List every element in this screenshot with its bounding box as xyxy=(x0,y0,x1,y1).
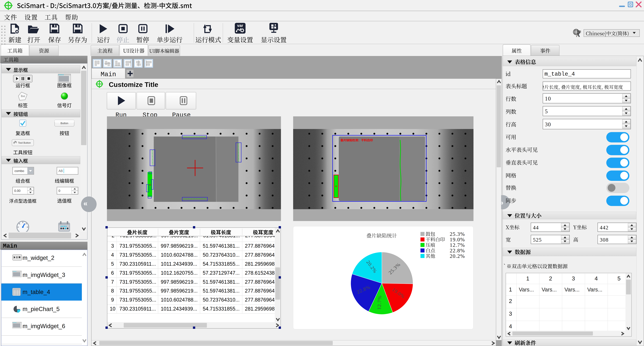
svg-text:var: var xyxy=(237,23,243,28)
svg-text:combo: combo xyxy=(14,169,24,173)
svg-text:0.00: 0.00 xyxy=(14,189,20,193)
svg-text:Text: Text xyxy=(21,95,25,98)
svg-text:AB: AB xyxy=(58,169,63,173)
svg-text:12.7%: 12.7% xyxy=(376,295,382,310)
svg-text:0: 0 xyxy=(58,189,60,193)
svg-text:Tool Button: Tool Button xyxy=(18,141,31,144)
svg-text:Button: Button xyxy=(60,122,68,125)
